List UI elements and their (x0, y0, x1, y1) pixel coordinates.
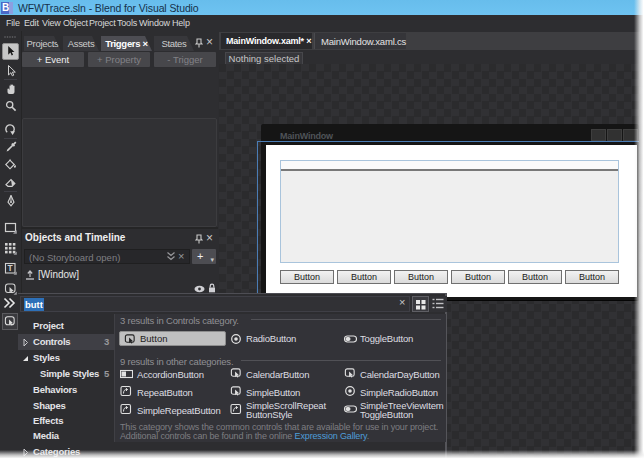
svg-text:T: T (8, 263, 14, 273)
